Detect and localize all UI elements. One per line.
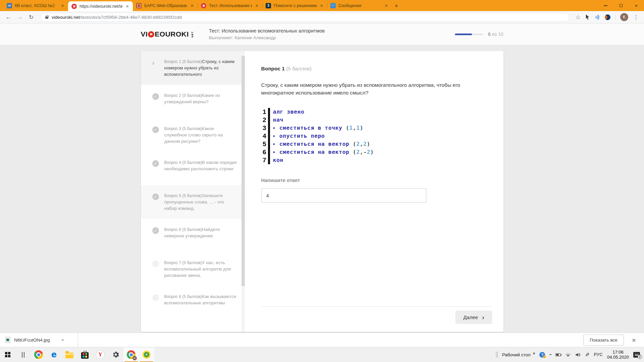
edge-icon: e xyxy=(51,351,57,359)
sidebar-item-question-4[interactable]: ✓ Вопрос 4 (5 баллов)В каком порядке нео… xyxy=(141,152,245,185)
browser-extension-icon[interactable] xyxy=(605,14,610,20)
sidebar-item-question-3[interactable]: ✓ Вопрос 3 (5 баллов)Какое служебное сло… xyxy=(141,118,245,152)
tab-bars-education[interactable]: БАРС.Web-Образование - Личн × xyxy=(133,0,198,11)
new-tab-button[interactable]: + xyxy=(394,3,398,9)
tab-znanija[interactable]: 3 Помогите с решением прошу - × xyxy=(262,0,327,11)
sidebar-item-question-1[interactable]: › Вопрос 1 (5 баллов)Строку, с каким ном… xyxy=(141,51,245,85)
tab-close-icon[interactable]: × xyxy=(60,3,65,8)
task-view-button[interactable] xyxy=(15,347,31,362)
show-all-downloads-button[interactable]: Показать все xyxy=(583,335,624,346)
window-minimize-button[interactable] xyxy=(598,0,613,11)
toolbar-divider xyxy=(615,14,615,20)
download-filename: N6tUFcutON4.jpg xyxy=(14,338,50,343)
browser-menu-icon[interactable]: ⋮ xyxy=(633,14,639,21)
sidebar-item-question-2[interactable]: ✓ Вопрос 2 (5 баллов)Какие из утверждени… xyxy=(141,85,245,118)
page-background: › Вопрос 1 (5 баллов)Строку, с каким ном… xyxy=(0,45,644,333)
window-restore-button[interactable] xyxy=(613,0,629,11)
vk-favicon-icon: vk xyxy=(7,3,12,8)
taskbar-chrome-active[interactable]: K xyxy=(123,347,139,362)
tab-title: БАРС.Web-Образование - Личн xyxy=(144,3,187,8)
code-lines: 1алг звено2нач3▪сместиться в точку (1,1)… xyxy=(261,108,492,164)
sidebar-scrollbar[interactable] xyxy=(241,51,245,332)
chevron-right-icon: › xyxy=(482,315,484,320)
address-bar[interactable]: videouroki.net/tests/do/a7cf5956-2bb4-46… xyxy=(40,13,570,22)
answer-input[interactable] xyxy=(261,188,426,202)
language-indicator[interactable]: РУС xyxy=(594,352,603,357)
tray-expand-icon[interactable]: › xyxy=(548,354,553,356)
tab-messages[interactable]: Сообщения × xyxy=(327,0,392,11)
logo-text-pre: VI xyxy=(141,30,148,38)
sidebar-item-question-5[interactable]: ✓ Вопрос 5 (5 баллов)Запишите пропущенны… xyxy=(141,185,245,219)
tab-videouroki-lesson[interactable]: Тест. Использование вспомога × xyxy=(198,0,262,11)
downloaded-file-chip[interactable]: N6tUFcutON4.jpg xyxy=(5,337,50,343)
bookmark-star-icon[interactable]: ☆ xyxy=(576,14,581,21)
clock[interactable]: 17:06 04.05.2020 xyxy=(607,350,629,360)
videouroki-logo[interactable]: VIEOUROKINET xyxy=(141,30,196,38)
notification-center-icon[interactable]: 2 xyxy=(633,352,640,358)
question-label: Вопрос 8 (5 баллов) xyxy=(164,294,202,299)
tab-close-icon[interactable]: × xyxy=(125,4,129,9)
taskbar-edge[interactable]: e xyxy=(46,347,62,362)
tab-close-icon[interactable]: × xyxy=(384,3,388,8)
test-title: Тест: Использование вспомогательных алго… xyxy=(209,28,325,34)
browser-toolbar: ← → ↻ videouroki.net/tests/do/a7cf5956-2… xyxy=(0,11,644,23)
desktop-toolbar-label[interactable]: Рабочий стол xyxy=(502,352,531,357)
wifi-icon[interactable] xyxy=(565,352,571,357)
code-line: 2нач xyxy=(261,116,492,124)
chrome-icon xyxy=(34,350,43,359)
question-label: Вопрос 5 (5 баллов) xyxy=(164,193,202,198)
check-circle-icon: ✓ xyxy=(152,227,159,234)
taskbar-store[interactable] xyxy=(77,347,93,362)
download-bar: N6tUFcutON4.jpg › Показать все × xyxy=(0,333,644,347)
taskbar-chrome[interactable] xyxy=(31,347,46,362)
sidebar-item-question-6[interactable]: ✓ Вопрос 6 (5 баллов)Найдите неверное ут… xyxy=(141,219,245,252)
tab-strip: vk 6В класс. КСОШ №2 × https://videourok… xyxy=(0,0,398,11)
tab-title: https://videouroki.net/tests/do/a xyxy=(79,4,122,9)
tab-vk-class[interactable]: vk 6В класс. КСОШ №2 × xyxy=(3,0,68,11)
question-label: Вопрос 3 (5 баллов) xyxy=(164,126,202,131)
reload-button[interactable]: ↻ xyxy=(27,14,36,21)
taskbar-360-security[interactable]: + xyxy=(139,347,154,362)
download-options-chevron-icon[interactable]: › xyxy=(59,339,65,341)
tab-videouroki-test-active[interactable]: https://videouroki.net/tests/do/a × xyxy=(68,1,133,11)
profile-avatar[interactable]: K xyxy=(620,13,628,21)
tab-close-icon[interactable]: × xyxy=(190,3,194,8)
sidebar-item-question-7[interactable]: Вопрос 7 (5 баллов)У нас, есть вспомогат… xyxy=(141,252,245,286)
pen-icon[interactable]: ✎ xyxy=(585,352,589,358)
sidebar-item-question-8[interactable]: Вопрос 8 (5 баллов)Как вызываются вспомо… xyxy=(141,286,245,319)
forward-button[interactable]: → xyxy=(15,13,24,21)
back-button[interactable]: ← xyxy=(4,13,13,21)
minimize-icon xyxy=(604,5,607,6)
tab-title: Сообщения xyxy=(338,3,381,8)
tab-close-icon[interactable]: × xyxy=(255,3,259,8)
cursor-extension-icon[interactable] xyxy=(585,14,590,20)
toolbar-more-icon[interactable]: » xyxy=(533,351,535,356)
sidebar-scrollbar-thumb[interactable] xyxy=(241,56,245,286)
battery-icon[interactable] xyxy=(555,353,561,356)
logo-text-post: EOUROKI xyxy=(155,30,189,38)
taskbar-settings[interactable] xyxy=(108,347,123,362)
next-button[interactable]: Далее › xyxy=(455,311,492,324)
check-circle-icon: ✓ xyxy=(152,126,159,133)
browser-titlebar: vk 6В класс. КСОШ №2 × https://videourok… xyxy=(0,0,644,11)
tab-close-icon[interactable]: × xyxy=(319,3,324,8)
security-app-icon: + xyxy=(143,351,151,359)
speaker-icon[interactable] xyxy=(575,352,581,357)
url-text: videouroki.net/tests/do/a7cf5956-2bb4-46… xyxy=(52,15,182,20)
algorithm-code-image: 1алг звено2нач3▪сместиться в точку (1,1)… xyxy=(261,108,492,164)
start-button[interactable] xyxy=(0,347,15,362)
code-line: 1алг звено xyxy=(261,108,492,116)
microsoft-store-icon xyxy=(81,352,89,359)
toolbar-grip-icon[interactable] xyxy=(496,352,498,358)
taskbar-file-explorer[interactable] xyxy=(62,347,77,362)
check-circle-icon: ✓ xyxy=(152,193,159,200)
help-tray-icon[interactable]: ? xyxy=(539,352,545,358)
download-bar-close-icon[interactable]: × xyxy=(632,337,636,344)
sound-waves-extension-icon[interactable] xyxy=(594,14,600,20)
taskbar-yandex[interactable]: Y xyxy=(93,347,108,362)
znanija-favicon-icon: 3 xyxy=(266,3,271,8)
window-close-button[interactable]: × xyxy=(629,0,644,11)
download-bar-divider xyxy=(78,333,78,347)
pending-circle-icon xyxy=(152,260,159,267)
question-label: Вопрос 7 (5 баллов) xyxy=(164,260,202,265)
